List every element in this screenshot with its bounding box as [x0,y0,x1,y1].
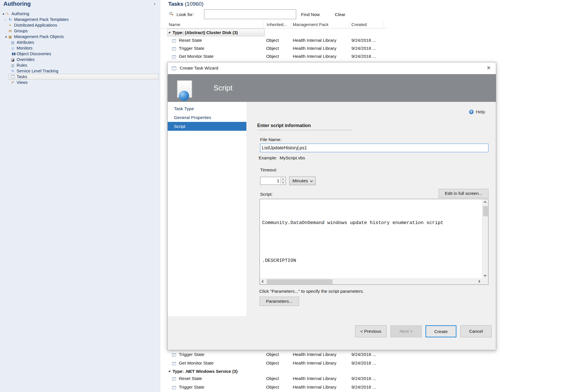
sidebar-item-views[interactable]: ✐ Views [0,80,160,85]
table-row[interactable]: Trigger State Object Health Internal Lib… [161,351,387,359]
file-name-extension: .ps1 [298,145,307,151]
file-name-input[interactable]: ListUpdateHistory.ps1 [260,144,488,152]
expand-arrow-icon[interactable] [4,35,8,39]
timeout-value: 1 [277,178,279,183]
section-title: Enter script information [257,123,352,130]
stepper-buttons: ▲ ▼ [280,177,285,184]
sidebar-title: Authoring [3,1,31,7]
stepper-down-icon[interactable]: ▼ [280,181,285,184]
timeout-unit-value: Minutes [292,178,308,183]
monitors-icon: ◎ [10,46,15,50]
table-row[interactable]: Trigger State Object Health Internal Lib… [161,45,387,53]
table-row[interactable]: Get Monitor State Object Health Internal… [161,359,387,367]
collapse-triangle-icon[interactable] [168,31,170,33]
wizard-step-script[interactable]: Script [168,122,246,131]
table-header: Name Inherited... Management Pack Create… [161,21,387,28]
banner-title: Script [213,84,232,92]
scroll-up-icon[interactable] [484,201,487,204]
parameters-hint: Click "Parameters..." to specify the scr… [259,289,364,294]
help-label: Help [476,109,485,114]
chevron-down-icon [310,179,313,182]
horizontal-scrollbar-thumb[interactable] [267,279,333,284]
timeout-unit-select[interactable]: Minutes [289,177,316,185]
create-button[interactable]: Create [426,325,456,337]
table-row[interactable]: Trigger State Object Health Internal Lib… [161,383,387,391]
stepper-up-icon[interactable]: ▲ [280,177,285,181]
scroll-right-icon[interactable] [478,280,480,283]
wizard-window-icon [172,66,176,72]
rules-icon: ▥ [10,63,15,68]
sidebar-item-authoring[interactable]: ✎ Authoring [0,11,160,17]
scrollbar-corner [482,278,488,284]
file-name-value: ListUpdateHistory [262,145,298,151]
sidebar-item-management-pack-templates[interactable]: ▷ ↻ Management Pack Templates [0,17,160,22]
groups-icon: ✉ [8,29,13,33]
authoring-tree: ✎ Authoring ▷ ↻ Management Pack Template… [0,11,160,85]
wizard-banner: Script [168,74,496,102]
collapse-sidebar-icon[interactable]: ‹ [154,1,155,6]
help-icon: ? [469,110,474,114]
timeout-stepper[interactable]: 1 ▲ ▼ [260,177,286,185]
sidebar-item-groups[interactable]: ✉ Groups [0,28,160,34]
sidebar-item-monitors[interactable]: ◎ Monitors [0,45,160,51]
task-icon [172,55,176,60]
find-now-button[interactable]: Find Now [301,12,320,17]
distributed-applications-icon: ✦ [8,23,13,27]
authoring-sidebar: Authoring ‹ ✎ Authoring ▷ ↻ Management P… [0,0,160,392]
sidebar-item-overrides[interactable]: ◪ Overrides [0,57,160,62]
vertical-scrollbar[interactable] [482,199,488,278]
horizontal-scrollbar[interactable] [260,278,482,284]
tasks-table-bottom: Trigger State Object Health Internal Lib… [161,350,418,392]
wizard-step-general-properties[interactable]: General Properties [168,113,246,122]
create-task-wizard-dialog: Create Task Wizard ✕ Script Task Type Ge… [167,62,496,350]
file-name-label: File Name: [260,137,282,142]
table-row[interactable]: Get Monitor State Object Health Internal… [161,53,387,61]
group-row-cluster-disk[interactable]: Type: (Abstract) Cluster Disk (3) [161,29,387,36]
edit-full-screen-button[interactable]: Edit in full screen... [439,189,488,198]
sidebar-item-object-discoveries[interactable]: Object Discoveries [0,51,160,57]
look-for-input[interactable] [204,9,296,19]
scroll-left-icon[interactable] [262,280,265,283]
panel-title-count: (10960) [185,1,204,7]
search-icon [169,12,172,15]
collapse-triangle-icon[interactable] [168,370,170,372]
sidebar-item-rules[interactable]: ▥ Rules [0,62,160,68]
column-header-management-pack[interactable]: Management Pack [293,22,328,27]
example-hint: Example: MyScript.vbs [259,155,305,161]
group-row-net-windows-service[interactable]: Type: .NET Windows Service (3) [161,367,238,375]
sidebar-item-tasks[interactable]: Tasks [0,74,160,80]
column-header-name[interactable]: Name [169,22,180,27]
sidebar-item-service-level-tracking[interactable]: ✎ Service Level Tracking [0,68,160,74]
script-text[interactable]: Community.DataOnDemand windows update hi… [262,207,481,278]
task-icon [172,361,176,367]
next-button[interactable]: Next > [390,325,422,337]
cancel-button[interactable]: Cancel [460,325,492,337]
page-title: Tasks (10960) [168,1,203,7]
wizard-step-task-type[interactable]: Task Type [168,104,246,113]
help-link[interactable]: ? Help [469,109,485,114]
service-level-tracking-icon: ✎ [10,69,15,73]
task-icon [172,385,176,391]
expand-arrow-icon[interactable] [1,12,5,16]
binoculars-icon [10,52,15,56]
expand-arrow-icon[interactable]: ▷ [4,17,8,21]
sidebar-item-management-pack-objects[interactable]: ▣ Management Pack Objects [0,34,160,39]
table-row[interactable]: Reset State Object Health Internal Libra… [161,37,387,45]
globe-icon [179,91,189,101]
table-row[interactable]: Reset State Object Health Internal Libra… [161,375,387,383]
timeout-label: Timeout: [260,167,277,173]
dialog-title: Create Task Wizard [180,66,218,71]
script-page-icon [177,80,192,98]
previous-button[interactable]: < Previous [355,325,387,337]
dialog-titlebar[interactable]: Create Task Wizard ✕ [168,62,496,74]
vertical-scrollbar-thumb[interactable] [483,206,488,216]
column-header-inherited[interactable]: Inherited... [267,22,287,27]
parameters-button[interactable]: Parameters... [260,297,299,306]
sidebar-item-attributes[interactable]: ▤ Attributes [0,39,160,45]
sidebar-item-distributed-applications[interactable]: ✦ Distributed Applications [0,22,160,28]
column-header-created[interactable]: Created [351,22,367,27]
script-editor[interactable]: Community.DataOnDemand windows update hi… [260,199,488,285]
scroll-down-icon[interactable] [484,274,487,277]
clear-button[interactable]: Clear [335,12,345,17]
close-icon[interactable]: ✕ [487,65,491,71]
